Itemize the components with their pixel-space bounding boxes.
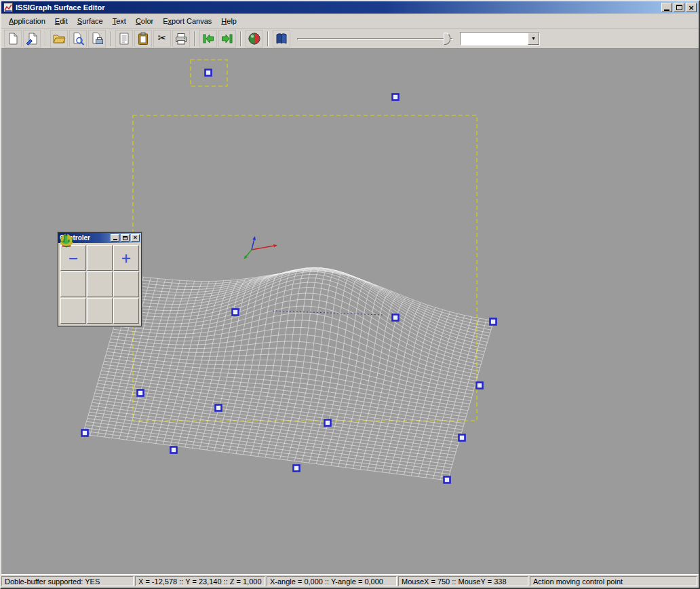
menu-surface[interactable]: Surface bbox=[73, 14, 108, 28]
maximize-icon bbox=[123, 236, 128, 240]
control-point[interactable] bbox=[393, 94, 399, 100]
menu-application[interactable]: Application bbox=[4, 14, 50, 28]
app-icon bbox=[3, 3, 13, 12]
page-zoom-button[interactable] bbox=[69, 30, 87, 48]
move-right-button[interactable] bbox=[113, 271, 139, 297]
window-title: ISSIGraph Surface Editor bbox=[16, 3, 659, 12]
surface-combo[interactable]: ▼ bbox=[460, 32, 540, 45]
open-folder-button[interactable] bbox=[50, 30, 68, 48]
notes-button[interactable] bbox=[115, 30, 133, 48]
close-button[interactable]: × bbox=[686, 3, 697, 12]
close-icon: × bbox=[134, 235, 137, 241]
control-point[interactable] bbox=[233, 309, 239, 316]
open-document-icon bbox=[25, 32, 39, 45]
globe-button[interactable] bbox=[246, 30, 263, 48]
print-button[interactable] bbox=[172, 30, 190, 48]
control-point[interactable] bbox=[171, 447, 177, 453]
home-button[interactable] bbox=[87, 271, 113, 297]
zoom-out-icon: − bbox=[68, 252, 79, 265]
control-point[interactable] bbox=[216, 405, 222, 411]
help-book-button[interactable] bbox=[273, 30, 290, 48]
z-axis-arrow-icon bbox=[252, 239, 254, 250]
x-axis-arrowhead bbox=[273, 244, 277, 248]
zoom-slider[interactable] bbox=[297, 31, 453, 46]
menu-export-canvas[interactable]: Export Canvas bbox=[158, 14, 216, 28]
menubar: ApplicationEditSurfaceTextColorExport Ca… bbox=[1, 14, 699, 28]
control-point[interactable] bbox=[82, 430, 88, 436]
new-file-button[interactable] bbox=[4, 30, 22, 48]
toolbar: ✂ bbox=[1, 28, 699, 49]
menu-text[interactable]: Text bbox=[108, 14, 131, 28]
status-panel-1: X = -12,578 :: Y = 23,140 :: Z = 1,000 bbox=[135, 576, 265, 586]
nav-last-button[interactable] bbox=[218, 30, 236, 48]
status-panel-3: MouseX = 750 :: MouseY = 338 bbox=[398, 576, 528, 586]
globe-icon bbox=[248, 32, 261, 45]
controller-close-button[interactable]: × bbox=[131, 234, 140, 242]
rotate-right-icon bbox=[58, 233, 75, 249]
control-point[interactable] bbox=[206, 70, 212, 76]
nav-first-icon bbox=[201, 32, 215, 45]
controller-minimize-button[interactable] bbox=[111, 234, 119, 242]
new-file-icon bbox=[6, 32, 20, 45]
control-point[interactable] bbox=[138, 390, 144, 396]
x-axis-arrow-icon bbox=[252, 246, 275, 250]
scissors-icon: ✂ bbox=[158, 33, 167, 43]
surface-mesh bbox=[83, 267, 494, 480]
nav-last-icon bbox=[220, 32, 234, 45]
move-up-button[interactable] bbox=[87, 245, 113, 271]
slider-track bbox=[297, 38, 453, 40]
controller-button-grid: − + bbox=[58, 243, 141, 326]
control-point[interactable] bbox=[325, 420, 331, 426]
cut-button[interactable]: ✂ bbox=[153, 30, 171, 48]
page-zoom-icon bbox=[71, 32, 85, 45]
move-down-button[interactable] bbox=[87, 298, 113, 324]
open-folder-icon bbox=[52, 32, 66, 45]
rotate-left-button[interactable] bbox=[60, 298, 86, 324]
menu-help[interactable]: Help bbox=[216, 14, 241, 28]
combo-value bbox=[461, 33, 528, 45]
control-point[interactable] bbox=[393, 315, 399, 321]
close-icon: × bbox=[688, 4, 694, 12]
zoom-in-icon: + bbox=[121, 252, 132, 265]
toolbar-separator bbox=[194, 31, 195, 46]
z-axis-arrowhead bbox=[252, 236, 256, 240]
control-point[interactable] bbox=[490, 319, 497, 325]
rotate-right-button[interactable] bbox=[113, 298, 139, 324]
nav-first-button[interactable] bbox=[199, 30, 217, 48]
page-export-button[interactable] bbox=[88, 30, 106, 48]
control-point[interactable] bbox=[477, 383, 483, 389]
maximize-button[interactable] bbox=[674, 3, 684, 12]
y-axis-arrow-icon bbox=[246, 250, 252, 257]
controller-maximize-button[interactable] bbox=[121, 234, 130, 242]
menu-color[interactable]: Color bbox=[131, 14, 158, 28]
page-export-icon bbox=[90, 32, 104, 45]
toolbar-separator bbox=[45, 31, 46, 46]
open-document-button[interactable] bbox=[23, 30, 41, 48]
minimize-icon bbox=[664, 10, 669, 11]
minimize-button[interactable] bbox=[661, 3, 672, 12]
controller-window[interactable]: Controler × − + bbox=[58, 232, 142, 326]
toolbar-separator bbox=[240, 31, 241, 46]
slider-handle[interactable] bbox=[444, 33, 450, 45]
control-point[interactable] bbox=[294, 466, 300, 472]
titlebar[interactable]: ISSIGraph Surface Editor × bbox=[1, 1, 699, 14]
control-point[interactable] bbox=[459, 435, 465, 441]
help-book-icon bbox=[275, 32, 288, 45]
printer-icon bbox=[174, 32, 188, 45]
maximize-icon bbox=[676, 5, 682, 10]
menu-edit[interactable]: Edit bbox=[50, 14, 73, 28]
surface-canvas[interactable]: Controler × − + bbox=[1, 49, 699, 574]
app-window: ISSIGraph Surface Editor × ApplicationEd… bbox=[0, 0, 700, 589]
statusbar: Doble-buffer supported: YESX = -12,578 :… bbox=[1, 574, 699, 588]
hidden-selection-edge bbox=[273, 311, 383, 315]
minimize-icon bbox=[113, 239, 117, 240]
toolbar-separator bbox=[267, 31, 269, 46]
toolbar-separator bbox=[110, 31, 111, 46]
control-point[interactable] bbox=[444, 477, 450, 483]
paste-button[interactable] bbox=[134, 30, 152, 48]
move-left-button[interactable] bbox=[60, 271, 86, 297]
notes-icon bbox=[117, 32, 131, 45]
zoom-in-button[interactable]: + bbox=[113, 245, 139, 271]
status-panel-0: Doble-buffer supported: YES bbox=[1, 576, 134, 586]
combo-dropdown-icon[interactable]: ▼ bbox=[528, 33, 539, 45]
